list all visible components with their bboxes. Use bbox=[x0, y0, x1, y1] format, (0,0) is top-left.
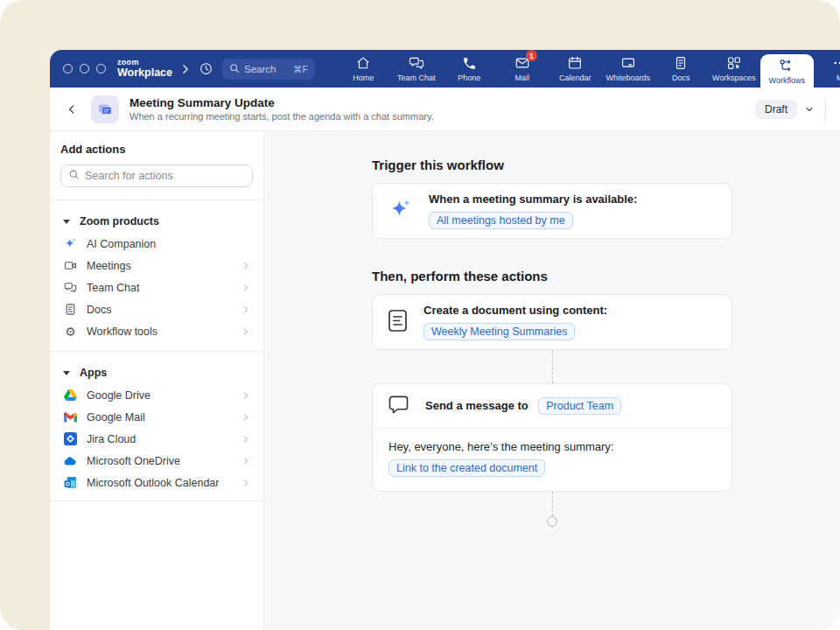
top-nav-items: Home Team Chat Phone 1 Mail bbox=[337, 50, 840, 88]
add-step-node[interactable] bbox=[547, 516, 557, 527]
global-search-input[interactable]: Search ⌘F bbox=[222, 59, 315, 80]
top-navbar: zoom Workplace Search ⌘F Home bbox=[50, 50, 840, 88]
workspaces-icon bbox=[726, 55, 742, 71]
message-recipient-chip[interactable]: Product Team bbox=[538, 397, 621, 415]
mail-badge: 1 bbox=[526, 50, 537, 61]
section-header-apps[interactable]: Apps bbox=[60, 361, 253, 384]
workflow-header: Meeting Summary Update When a recurring … bbox=[50, 88, 840, 131]
header-actions: Draft bbox=[755, 98, 826, 121]
team-chat-icon bbox=[63, 281, 78, 294]
sidebar-heading: Add actions bbox=[60, 143, 253, 156]
sidebar-item-google-mail[interactable]: Google Mail bbox=[60, 406, 253, 428]
onedrive-icon bbox=[63, 456, 78, 466]
nav-item-label: Docs bbox=[672, 74, 690, 82]
sidebar-divider bbox=[50, 200, 263, 200]
actions-search-box[interactable] bbox=[60, 164, 253, 187]
add-actions-sidebar: Add actions Zoom products AI Com bbox=[50, 131, 264, 630]
chevron-right-icon bbox=[242, 479, 250, 487]
nav-item-team-chat[interactable]: Team Chat bbox=[390, 50, 444, 88]
chevron-right-icon bbox=[242, 435, 250, 444]
chevron-down-icon[interactable] bbox=[804, 104, 815, 115]
nav-item-calendar[interactable]: Calendar bbox=[549, 50, 602, 88]
nav-item-whiteboards[interactable]: Whiteboards bbox=[602, 50, 655, 88]
nav-item-workflows[interactable]: Workflows bbox=[760, 54, 814, 88]
nav-item-docs[interactable]: Docs bbox=[654, 50, 708, 88]
nav-item-workspaces[interactable]: Workspaces bbox=[708, 50, 761, 88]
sidebar-item-workflow-tools[interactable]: ⚙ Workflow tools bbox=[60, 320, 253, 342]
section-label: Zoom products bbox=[80, 215, 159, 228]
brand-workplace-label: Workplace bbox=[117, 67, 172, 79]
chevron-right-icon bbox=[242, 262, 250, 270]
sidebar-item-label: Docs bbox=[87, 304, 111, 316]
workflow-title-block: Meeting Summary Update When a recurring … bbox=[130, 96, 434, 122]
send-message-title: Send a message to bbox=[425, 399, 528, 412]
sidebar-item-microsoft-outlook-calendar[interactable]: Microsoft Outlook Calendar bbox=[60, 472, 253, 494]
trigger-card[interactable]: When a meeting summary is available: All… bbox=[372, 183, 732, 239]
outlook-calendar-icon bbox=[63, 476, 78, 489]
meetings-icon bbox=[63, 259, 78, 272]
search-icon bbox=[229, 63, 240, 75]
create-document-title: Create a document using content: bbox=[424, 304, 607, 317]
chevron-right-icon bbox=[242, 305, 250, 314]
gmail-icon bbox=[63, 412, 78, 423]
workflow-title: Meeting Summary Update bbox=[130, 96, 434, 109]
chevron-right-icon bbox=[242, 457, 250, 466]
message-body-text: Hey, everyone, here’s the meeting summar… bbox=[388, 440, 716, 453]
sidebar-item-team-chat[interactable]: Team Chat bbox=[60, 276, 253, 298]
nav-item-label: M bbox=[836, 74, 840, 82]
sidebar-item-label: Meetings bbox=[87, 260, 131, 272]
trigger-scope-chip[interactable]: All meetings hosted by me bbox=[429, 212, 573, 229]
triangle-down-icon bbox=[63, 220, 70, 224]
calendar-icon bbox=[567, 55, 583, 71]
window-control-zoom-button[interactable] bbox=[96, 64, 106, 74]
chat-bubble-icon bbox=[388, 396, 409, 417]
search-shortcut: ⌘F bbox=[293, 64, 308, 74]
sidebar-item-meetings[interactable]: Meetings bbox=[60, 255, 253, 276]
sidebar-item-google-drive[interactable]: Google Drive bbox=[60, 384, 253, 406]
history-icon[interactable] bbox=[199, 61, 214, 76]
zoom-workplace-window: zoom Workplace Search ⌘F Home bbox=[50, 50, 840, 630]
phone-icon bbox=[462, 55, 477, 71]
workflow-canvas: Trigger this workflow When a meeting sum… bbox=[264, 131, 840, 630]
nav-item-label: Calendar bbox=[559, 74, 592, 82]
workflow-column: Trigger this workflow When a meeting sum… bbox=[372, 158, 732, 527]
google-drive-icon bbox=[63, 388, 78, 402]
sidebar-item-ai-companion[interactable]: AI Companion bbox=[60, 233, 253, 255]
sidebar-item-jira-cloud[interactable]: Jira Cloud bbox=[60, 428, 253, 450]
message-link-chip[interactable]: Link to the created document bbox=[388, 459, 545, 477]
sidebar-item-label: AI Companion bbox=[87, 238, 156, 250]
nav-item-more[interactable]: M bbox=[814, 50, 840, 88]
nav-item-mail[interactable]: 1 Mail bbox=[496, 50, 550, 88]
chevron-right-icon bbox=[242, 284, 250, 292]
desktop-background: zoom Workplace Search ⌘F Home bbox=[0, 0, 840, 630]
window-control-close-button[interactable] bbox=[63, 64, 73, 74]
gear-icon: ⚙ bbox=[63, 326, 78, 338]
nav-item-label: Team Chat bbox=[397, 74, 436, 82]
section-header-zoom-products[interactable]: Zoom products bbox=[60, 210, 253, 233]
chevron-right-icon[interactable] bbox=[181, 64, 190, 74]
triangle-down-icon bbox=[63, 371, 70, 375]
chevron-right-icon bbox=[242, 413, 250, 422]
nav-item-phone[interactable]: Phone bbox=[443, 50, 496, 88]
sidebar-item-label: Microsoft OneDrive bbox=[87, 455, 180, 467]
nav-item-label: Whiteboards bbox=[606, 74, 650, 82]
workflow-thumbnail-icon bbox=[91, 95, 119, 123]
chevron-right-icon bbox=[242, 327, 250, 336]
search-icon bbox=[68, 168, 80, 184]
nav-item-label: Mail bbox=[514, 74, 529, 82]
nav-item-home[interactable]: Home bbox=[337, 50, 390, 88]
workflow-connector bbox=[552, 350, 553, 383]
sidebar-item-label: Microsoft Outlook Calendar bbox=[87, 477, 219, 489]
sidebar-item-docs[interactable]: Docs bbox=[60, 298, 253, 320]
send-message-card[interactable]: Send a message to Product Team Hey, ever… bbox=[372, 383, 732, 492]
document-icon bbox=[388, 310, 407, 335]
sidebar-item-label: Workflow tools bbox=[87, 326, 158, 338]
document-content-chip[interactable]: Weekly Meeting Summaries bbox=[424, 323, 575, 340]
create-document-card[interactable]: Create a document using content: Weekly … bbox=[372, 294, 732, 350]
window-control-minimize-button[interactable] bbox=[80, 64, 89, 74]
docs-icon bbox=[63, 303, 78, 316]
sidebar-item-microsoft-onedrive[interactable]: Microsoft OneDrive bbox=[60, 450, 253, 472]
status-badge[interactable]: Draft bbox=[755, 100, 797, 119]
back-button[interactable] bbox=[66, 103, 85, 116]
actions-search-input[interactable] bbox=[85, 170, 245, 182]
